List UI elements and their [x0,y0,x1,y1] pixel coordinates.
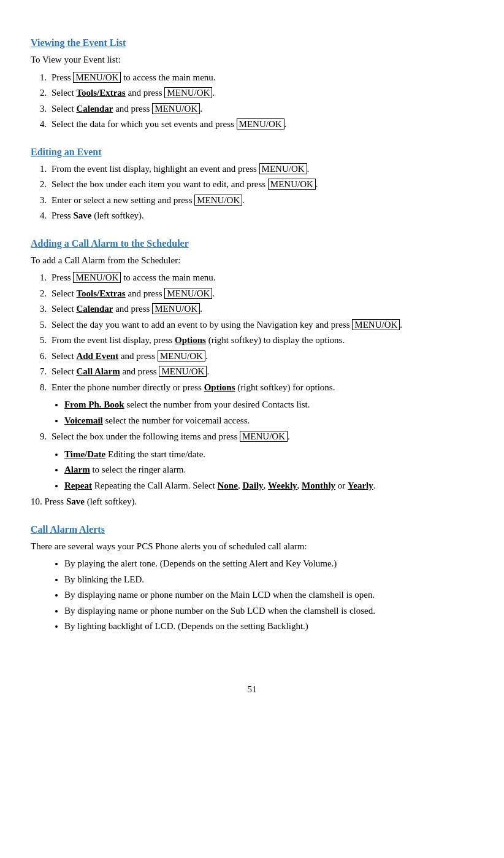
yearly-label: Yearly [348,481,373,490]
adding-bullet-timedate: Time/Date Editing the start time/date. [64,447,473,462]
viewing-step-2: Select Tools/Extras and press MENU/OK. [49,86,473,100]
adding-steps-continued: Select the box under the following items… [49,430,473,444]
adding-step-6: Select Add Event and press MENU/OK. [49,349,473,363]
call-alarm-section: Call Alarm Alerts There are several ways… [31,522,473,633]
options-label-2: Options [204,382,235,392]
options-label-1: Options [175,335,206,345]
call-alarm-list: By playing the alert tone. (Depends on t… [64,557,473,633]
viewing-step-3: Select Calendar and press MENU/OK. [49,102,473,116]
menuok-kbd-4: MENU/OK [237,118,284,129]
adding-step-7: Select Call Alarm and press MENU/OK. [49,365,473,379]
from-ph-book-label: From Ph. Book [64,400,124,409]
call-alarm-bullet-3: By displaying name or phone number on th… [64,588,473,602]
menuok-kbd-10: MENU/OK [152,303,200,314]
viewing-title: Viewing the Event List [31,36,473,50]
editing-step-4: Press Save (left softkey). [49,209,473,223]
editing-step-3: Enter or select a new setting and press … [49,193,473,207]
call-alarm-bullet-4: By displaying name or phone number on th… [64,604,473,618]
monthly-label: Monthly [302,481,335,490]
call-alarm-bullet-5: By lighting backlight of LCD. (Depends o… [64,619,473,633]
adding-bullet-list-1: From Ph. Book select the number from you… [64,398,473,427]
adding-step-10: 10. Press Save (left softkey). [31,495,473,509]
menuok-kbd-7: MENU/OK [194,195,242,206]
tools-extras-label: Tools/Extras [76,88,125,98]
adding-bullet-list-2: Time/Date Editing the start time/date. A… [64,447,473,493]
menuok-kbd-13: MENU/OK [159,366,207,377]
adding-step-5b: From the event list display, press Optio… [49,333,473,347]
viewing-section: Viewing the Event List To View your Even… [31,36,473,131]
alarm-label: Alarm [64,465,90,474]
call-alarm-title: Call Alarm Alerts [31,522,473,537]
adding-steps: Press MENU/OK to access the main menu. S… [49,271,473,394]
menuok-kbd-1: MENU/OK [73,72,121,83]
adding-step-9: Select the box under the following items… [49,430,473,444]
menuok-kbd-8: MENU/OK [73,272,121,283]
call-alarm-bullet-1: By playing the alert tone. (Depends on t… [64,557,473,571]
adding-step-8: Enter the phone number directly or press… [49,381,473,395]
menuok-kbd-2: MENU/OK [164,87,212,98]
viewing-steps: Press MENU/OK to access the main menu. S… [49,71,473,131]
weekly-label: Weekly [268,481,297,490]
menuok-kbd-6: MENU/OK [268,179,316,190]
adding-bullet-repeat: Repeat Repeating the Call Alarm. Select … [64,479,473,493]
viewing-intro: To View your Event list: [31,53,473,67]
call-alarm-bullet-2: By blinking the LED. [64,573,473,587]
save-label-1: Save [73,211,91,220]
adding-title: Adding a Call Alarm to the Scheduler [31,236,473,251]
editing-section: Editing an Event From the event list dis… [31,145,473,223]
adding-step-3: Select Calendar and press MENU/OK. [49,302,473,316]
menuok-kbd-12: MENU/OK [158,350,205,361]
editing-title: Editing an Event [31,145,473,160]
editing-step-2: Select the box under each item you want … [49,177,473,191]
adding-step-5a: Select the day you want to add an event … [49,318,473,332]
menuok-kbd-11: MENU/OK [352,319,400,330]
calendar-label-2: Calendar [76,304,113,314]
adding-bullet-voicemail: Voicemail select the number for voicemai… [64,414,473,428]
adding-step-2: Select Tools/Extras and press MENU/OK. [49,287,473,301]
adding-bullet-from-ph: From Ph. Book select the number from you… [64,398,473,412]
calendar-label-1: Calendar [76,104,113,114]
add-event-label: Add Event [76,351,118,361]
adding-section: Adding a Call Alarm to the Scheduler To … [31,236,473,509]
viewing-step-1: Press MENU/OK to access the main menu. [49,71,473,85]
viewing-step-4: Select the data for which you set events… [49,117,473,131]
save-label-2: Save [66,497,85,506]
menuok-kbd-9: MENU/OK [164,288,212,299]
tools-extras-label-2: Tools/Extras [76,288,125,298]
page-number: 51 [31,682,473,697]
daily-label: Daily [242,481,263,490]
time-date-label: Time/Date [64,449,105,459]
menuok-kbd-3: MENU/OK [152,103,200,114]
adding-bullet-alarm: Alarm to select the ringer alarm. [64,463,473,477]
menuok-kbd-14: MENU/OK [240,431,288,442]
call-alarm-label-1: Call Alarm [76,366,120,376]
none-label: None [218,481,238,490]
adding-intro: To add a Call Alarm from the Scheduler: [31,253,473,268]
editing-steps: From the event list display, highlight a… [49,162,473,223]
voicemail-label: Voicemail [64,415,103,425]
call-alarm-intro: There are several ways your PCS Phone al… [31,539,473,554]
editing-step-1: From the event list display, highlight a… [49,162,473,176]
repeat-label: Repeat [64,481,92,490]
adding-step-1: Press MENU/OK to access the main menu. [49,271,473,285]
menuok-kbd-5: MENU/OK [259,163,307,174]
